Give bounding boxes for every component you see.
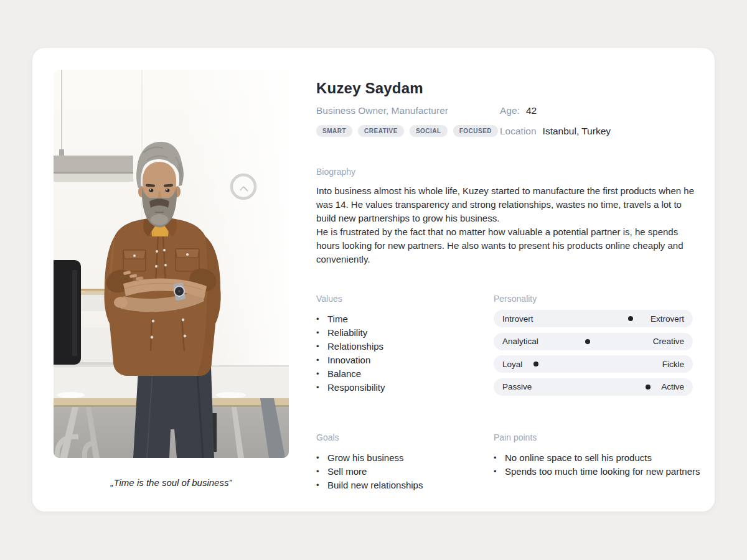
age-row: Age:42 <box>500 105 537 116</box>
persona-card: „Time is the soul of business” Kuzey Say… <box>32 48 715 511</box>
scale-right-label: Extrovert <box>651 314 684 324</box>
bullet-icon: • <box>494 465 505 478</box>
biography-title: Biography <box>316 167 355 177</box>
goal-item-label: Grow his business <box>327 451 404 465</box>
list-item: •Balance <box>316 367 491 381</box>
scale-dot <box>646 385 651 390</box>
scale-left-label: Loyal <box>502 360 522 369</box>
tag-smart: SMART <box>316 125 352 137</box>
goals-title: Goals <box>316 432 339 442</box>
list-item: •Innovation <box>316 353 491 367</box>
location-label: Location <box>500 126 537 136</box>
scale-introvert-extrovert: Introvert Extrovert <box>494 310 693 327</box>
scale-left-label: Introvert <box>502 314 533 324</box>
list-item: •Responsibility <box>316 381 491 394</box>
tag-focused: FOCUSED <box>453 125 498 137</box>
scale-right-label: Active <box>661 382 684 391</box>
bullet-icon: • <box>494 451 505 465</box>
list-item: •Reliability <box>316 326 491 340</box>
list-item: •Spends too much time looking for new pa… <box>494 465 700 478</box>
bullet-icon: • <box>316 367 327 381</box>
bullet-icon: • <box>316 451 327 465</box>
goal-item-label: Sell more <box>327 465 367 478</box>
list-item: •Sell more <box>316 465 497 478</box>
bullet-icon: • <box>316 465 327 478</box>
bullet-icon: • <box>316 478 327 492</box>
bullet-icon: • <box>316 326 327 340</box>
biography-text: Into business almost his whole life, Kuz… <box>316 184 695 266</box>
value-item-label: Responsibility <box>327 381 385 394</box>
pain-point-label: No online space to sell his products <box>505 451 652 465</box>
persona-name: Kuzey Saydam <box>316 79 423 98</box>
list-item: •Build new relationships <box>316 478 497 492</box>
personality-scales: Introvert Extrovert Analytical Creative … <box>494 310 693 396</box>
scale-analytical-creative: Analytical Creative <box>494 333 693 350</box>
pain-point-label: Spends too much time looking for new par… <box>505 465 700 478</box>
persona-quote: „Time is the soul of business” <box>54 477 289 488</box>
office-chair <box>54 260 81 365</box>
page-background: „Time is the soul of business” Kuzey Say… <box>0 0 747 560</box>
list-item: •Time <box>316 312 491 326</box>
persona-photo <box>54 70 289 458</box>
scale-left-label: Passive <box>502 382 532 391</box>
biography-paragraph: Into business almost his whole life, Kuz… <box>316 184 695 225</box>
value-item-label: Balance <box>327 367 361 381</box>
biography-paragraph: He is frustrated by the fact that no mat… <box>316 225 695 266</box>
goals-list: •Grow his business •Sell more •Build new… <box>316 451 497 492</box>
personality-title: Personality <box>494 294 537 304</box>
wall-clock <box>232 175 255 198</box>
scale-right-label: Creative <box>653 337 684 346</box>
goal-item-label: Build new relationships <box>327 478 423 492</box>
scale-passive-active: Passive Active <box>494 378 693 396</box>
bullet-icon: • <box>316 381 327 394</box>
scale-loyal-fickle: Loyal Fickle <box>494 355 693 373</box>
list-item: •Grow his business <box>316 451 497 465</box>
list-item: •Relationships <box>316 340 491 353</box>
age-label: Age: <box>500 105 520 116</box>
scale-dot <box>533 362 538 366</box>
location-row: LocationIstanbul, Turkey <box>500 126 611 137</box>
scale-left-label: Analytical <box>502 337 538 346</box>
age-value: 42 <box>526 105 537 116</box>
scale-dot <box>585 339 590 344</box>
pain-points-list: •No online space to sell his products •S… <box>494 451 700 478</box>
value-item-label: Time <box>327 312 348 326</box>
scale-right-label: Fickle <box>662 360 684 369</box>
bullet-icon: • <box>316 312 327 326</box>
values-title: Values <box>316 294 342 304</box>
persona-tags: SMART CREATIVE SOCIAL FOCUSED <box>316 125 498 137</box>
value-item-label: Reliability <box>327 326 367 340</box>
list-item: •No online space to sell his products <box>494 451 700 465</box>
bullet-icon: • <box>316 353 327 367</box>
persona-role: Business Owner, Manufacturer <box>316 105 448 116</box>
values-list: •Time •Reliability •Relationships •Innov… <box>316 312 491 394</box>
value-item-label: Innovation <box>327 353 370 367</box>
location-value: Istanbul, Turkey <box>543 126 611 136</box>
tag-creative: CREATIVE <box>358 125 404 137</box>
scale-dot <box>628 316 633 321</box>
office-photo-illustration <box>54 70 289 458</box>
tag-social: SOCIAL <box>410 125 448 137</box>
pain-points-title: Pain points <box>494 432 537 442</box>
value-item-label: Relationships <box>327 340 383 353</box>
bullet-icon: • <box>316 340 327 353</box>
